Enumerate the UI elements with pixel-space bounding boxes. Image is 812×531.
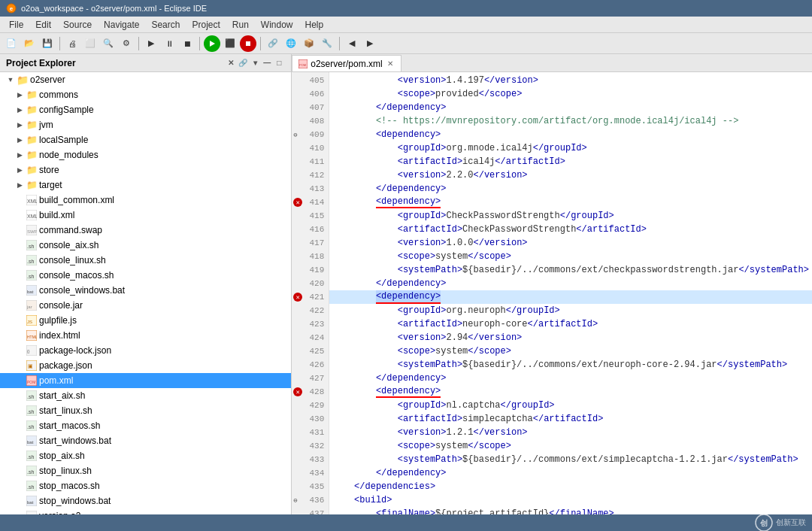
toolbar-btn9[interactable]: 🔗 bbox=[265, 35, 281, 52]
minimize-btn[interactable]: — bbox=[261, 57, 273, 69]
toolbar-run-btn[interactable] bbox=[204, 35, 220, 52]
tree-item-console-jar[interactable]: jar console.jar bbox=[0, 298, 291, 313]
toolbar-btn6[interactable]: ⏸ bbox=[161, 35, 177, 52]
tree-item-index[interactable]: HTML index.html bbox=[0, 328, 291, 343]
editor-content: 405 406 407 408 ⊖ 409 410 411 412 413 ✕ … bbox=[292, 72, 812, 514]
ln-430: 430 bbox=[292, 412, 329, 426]
tree-item-localsample[interactable]: ▶ 📁 localSample bbox=[0, 132, 291, 147]
pom-label: pom.xml bbox=[39, 375, 73, 386]
menu-edit[interactable]: Edit bbox=[29, 18, 57, 32]
localsample-label: localSample bbox=[39, 135, 88, 145]
target-expand: ▶ bbox=[15, 181, 24, 190]
tree-item-commons[interactable]: ▶ 📁 commons bbox=[0, 87, 291, 102]
tree-item-console-macos[interactable]: .sh console_macos.sh bbox=[0, 268, 291, 283]
toolbar-btn4[interactable]: ⚙ bbox=[118, 35, 135, 52]
toolbar-save[interactable]: 💾 bbox=[39, 35, 56, 52]
tree-item-package-lock[interactable]: {} package-lock.json bbox=[0, 343, 291, 358]
ln-435: 435 bbox=[292, 480, 329, 493]
tree-item-build-common[interactable]: XML build_common.xml bbox=[0, 193, 291, 208]
tree-item-console-windows[interactable]: bat console_windows.bat bbox=[0, 283, 291, 298]
svg-text:XML: XML bbox=[27, 199, 37, 204]
ln-431: 431 bbox=[292, 426, 329, 439]
maximize-btn[interactable]: □ bbox=[273, 57, 285, 69]
configsample-label: configSample bbox=[39, 105, 94, 115]
menu-help[interactable]: Help bbox=[299, 18, 330, 32]
store-folder-icon: 📁 bbox=[26, 164, 38, 176]
tree-item-command-swap[interactable]: SWP command.swap bbox=[0, 223, 291, 238]
editor-tab-pom[interactable]: POM o2server/pom.xml ✕ bbox=[292, 55, 401, 71]
toolbar-btn5[interactable]: ▶ bbox=[143, 35, 159, 52]
tree-item-version[interactable]: o2 version.o2 bbox=[0, 508, 291, 514]
editor-tab-close[interactable]: ✕ bbox=[386, 59, 395, 68]
tree-item-start-aix[interactable]: .sh start_aix.sh bbox=[0, 388, 291, 403]
menu-source[interactable]: Source bbox=[57, 18, 98, 32]
tree-item-gulpfile[interactable]: JS gulpfile.js bbox=[0, 313, 291, 328]
menu-window[interactable]: Window bbox=[255, 18, 299, 32]
tree-item-stop-macos[interactable]: .sh stop_macos.sh bbox=[0, 478, 291, 493]
tree-item-console-aix[interactable]: .sh console_aix.sh bbox=[0, 238, 291, 253]
code-line-419: <systemPath>${basedir}/../commons/ext/ch… bbox=[329, 263, 812, 277]
start-aix-icon: .sh bbox=[26, 390, 38, 402]
stop-linux-icon: .sh bbox=[26, 465, 38, 477]
svg-text:{}: {} bbox=[27, 349, 30, 353]
tree-item-pom[interactable]: POM pom.xml bbox=[0, 373, 291, 388]
menu-file[interactable]: File bbox=[3, 18, 29, 32]
toolbar-btn2[interactable]: ⬜ bbox=[82, 35, 98, 52]
console-windows-label: console_windows.bat bbox=[39, 285, 125, 296]
tree-root[interactable]: ▼ 📁 o2server bbox=[0, 72, 291, 87]
line-numbers: 405 406 407 408 ⊖ 409 410 411 412 413 ✕ … bbox=[292, 72, 329, 514]
svg-text:XML: XML bbox=[27, 214, 37, 219]
code-line-415: <groupId>CheckPasswordStrength</groupId> bbox=[329, 209, 812, 223]
toolbar-btn8[interactable]: ⬛ bbox=[222, 35, 238, 52]
console-jar-icon: jar bbox=[26, 299, 38, 311]
code-line-420: </dependency> bbox=[329, 277, 812, 290]
code-line-422: <groupId>org.neuroph</groupId> bbox=[329, 304, 812, 317]
toolbar-new[interactable]: 📄 bbox=[3, 35, 20, 52]
expand-btn[interactable]: ▾ bbox=[249, 57, 261, 69]
toolbar-btn10[interactable]: 🌐 bbox=[283, 35, 299, 52]
code-area[interactable]: <version>1.4.197</version> <scope>provid… bbox=[329, 72, 812, 514]
fold-icon-409[interactable]: ⊖ bbox=[293, 131, 297, 139]
tree-item-start-windows[interactable]: bat start_windows.bat bbox=[0, 433, 291, 448]
tree-item-nodemodules[interactable]: ▶ 📁 node_modules bbox=[0, 147, 291, 162]
menu-project[interactable]: Project bbox=[186, 18, 226, 32]
toolbar-open[interactable]: 📂 bbox=[21, 35, 38, 52]
stop-aix-label: stop_aix.sh bbox=[39, 451, 85, 461]
toolbar-btn7[interactable]: ⏹ bbox=[179, 35, 195, 52]
tree-item-stop-windows[interactable]: bat stop_windows.bat bbox=[0, 493, 291, 508]
jvm-folder-icon: 📁 bbox=[26, 119, 38, 131]
tree-item-start-macos[interactable]: .sh start_macos.sh bbox=[0, 418, 291, 433]
error-icon-428: ✕ bbox=[293, 387, 302, 396]
menu-navigate[interactable]: Navigate bbox=[98, 18, 145, 32]
menu-run[interactable]: Run bbox=[226, 18, 255, 32]
tree-item-store[interactable]: ▶ 📁 store bbox=[0, 162, 291, 178]
menu-search[interactable]: Search bbox=[145, 18, 186, 32]
tree-item-package[interactable]: ▣ package.json bbox=[0, 358, 291, 373]
tree-item-stop-aix[interactable]: .sh stop_aix.sh bbox=[0, 448, 291, 463]
toolbar-btn3[interactable]: 🔍 bbox=[100, 35, 117, 52]
target-label: target bbox=[39, 180, 62, 190]
tree-item-build[interactable]: XML build.xml bbox=[0, 208, 291, 223]
tree-item-configsample[interactable]: ▶ 📁 configSample bbox=[0, 102, 291, 117]
toolbar-stop-btn[interactable] bbox=[240, 35, 256, 52]
toolbar-btn12[interactable]: 🔧 bbox=[319, 35, 335, 52]
editor-tab-label: o2server/pom.xml bbox=[311, 59, 382, 69]
commons-expand: ▶ bbox=[15, 90, 24, 99]
version-icon: o2 bbox=[26, 510, 38, 514]
collapse-all-btn[interactable]: ✕ bbox=[225, 57, 237, 69]
toolbar-back[interactable]: ◀ bbox=[344, 35, 360, 52]
tree-item-jvm[interactable]: ▶ 📁 jvm bbox=[0, 117, 291, 132]
toolbar-btn11[interactable]: 📦 bbox=[301, 35, 317, 52]
tree-item-stop-linux[interactable]: .sh stop_linux.sh bbox=[0, 463, 291, 478]
svg-text:.sh: .sh bbox=[27, 274, 34, 279]
link-editor-btn[interactable]: 🔗 bbox=[237, 57, 249, 69]
build-label: build.xml bbox=[39, 210, 74, 220]
fold-icon-436[interactable]: ⊖ bbox=[293, 496, 297, 505]
tree-area[interactable]: ▼ 📁 o2server ▶ 📁 commons ▶ 📁 configSampl… bbox=[0, 72, 291, 514]
tree-item-console-linux[interactable]: .sh console_linux.sh bbox=[0, 253, 291, 268]
toolbar-forward[interactable]: ▶ bbox=[362, 35, 378, 52]
ln-427: 427 bbox=[292, 372, 329, 385]
tree-item-start-linux[interactable]: .sh start_linux.sh bbox=[0, 403, 291, 418]
tree-item-target[interactable]: ▶ 📁 target bbox=[0, 178, 291, 193]
toolbar-print[interactable]: 🖨 bbox=[64, 35, 80, 52]
